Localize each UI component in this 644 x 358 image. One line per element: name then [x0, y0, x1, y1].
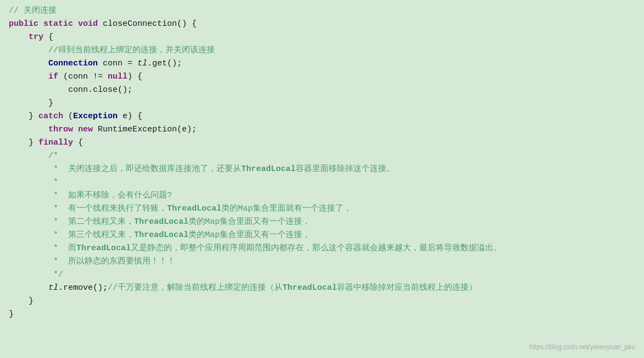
code-line-16: * 有一个线程来执行了转账，ThreadLocal类的Map集合里面就有一个连接… [9, 202, 635, 216]
code-line-10: throw new RuntimeException(e); [9, 123, 635, 136]
code-line-8: } [9, 97, 635, 110]
code-line-23: } [9, 295, 635, 308]
watermark: https://blog.csdn.net/yerenyuan_pku [529, 342, 635, 353]
code-line-11: } finally { [9, 136, 635, 150]
code-line-24: } [9, 308, 635, 321]
code-line-4: //得到当前线程上绑定的连接，并关闭该连接 [9, 44, 635, 57]
code-line-21: */ [9, 268, 635, 282]
code-line-7: conn.close(); [9, 84, 635, 97]
code-line-9: } catch (Exception e) { [9, 110, 635, 123]
code-line-2: public static void closeConnection() { [9, 18, 635, 31]
comment-1: // 关闭连接 [9, 6, 57, 15]
code-line-6: if (conn != null) { [9, 70, 635, 84]
code-line-1: // 关闭连接 [9, 4, 635, 18]
code-line-20: * 所以静态的东西要慎用！！！ [9, 255, 635, 268]
code-line-18: * 第三个线程又来，ThreadLocal类的Map集合里面又有一个连接， [9, 229, 635, 242]
code-line-15: * 如果不移除，会有什么问题? [9, 189, 635, 202]
code-line-14: * [9, 176, 635, 189]
code-line-13: * 关闭连接之后，即还给数据库连接池了，还要从ThreadLocal容器里面移除… [9, 163, 635, 176]
code-container: // 关闭连接 public static void closeConnecti… [0, 0, 644, 358]
code-line-22: tl.remove();//千万要注意，解除当前线程上绑定的连接（从Thread… [9, 282, 635, 295]
code-line-5: Connection conn = tl.get(); [9, 57, 635, 70]
code-line-19: * 而ThreadLocal又是静态的，即整个应用程序周期范围内都存在，那么这个… [9, 242, 635, 255]
code-line-12: /* [9, 150, 635, 163]
code-line-17: * 第二个线程又来，ThreadLocal类的Map集合里面又有一个连接， [9, 216, 635, 229]
code-line-3: try { [9, 31, 635, 44]
